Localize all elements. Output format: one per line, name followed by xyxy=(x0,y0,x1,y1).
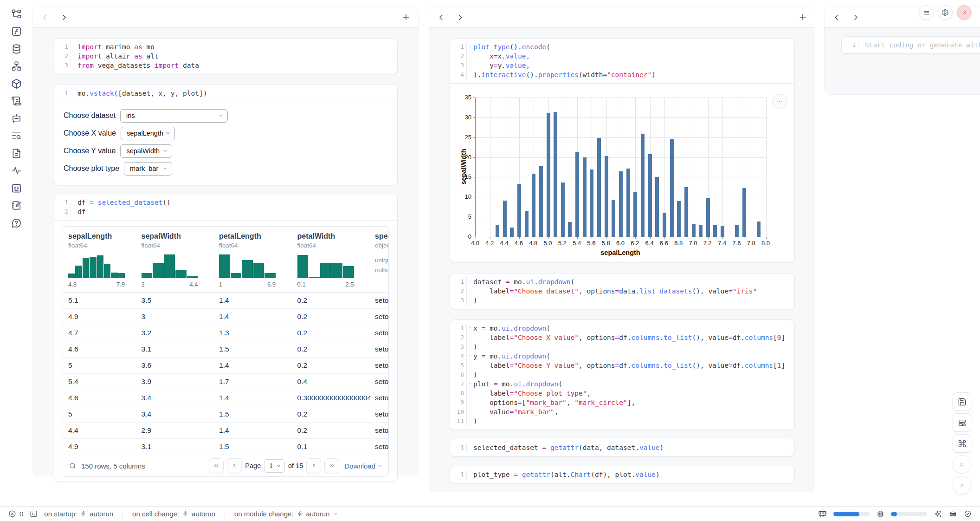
layout-button[interactable] xyxy=(953,413,971,432)
download-button[interactable]: Download xyxy=(344,462,383,470)
function-square-icon[interactable] xyxy=(11,26,22,37)
line-number: 1 xyxy=(450,443,467,452)
table-row[interactable]: 4.73.21.30.2setos xyxy=(63,325,388,341)
table-column-header[interactable]: petalWidthfloat640.12.5 xyxy=(292,232,370,292)
scratchpad-icon[interactable] xyxy=(11,182,22,194)
documentation-icon[interactable] xyxy=(11,148,22,159)
shutdown-button[interactable] xyxy=(957,5,972,20)
cell-selected-dataset[interactable]: 1selected_dataset = getattr(data, datase… xyxy=(450,439,795,456)
database-icon[interactable] xyxy=(11,43,22,54)
column-prev-button[interactable] xyxy=(437,13,456,22)
logs-icon[interactable] xyxy=(11,130,22,142)
next-page-button[interactable] xyxy=(306,458,321,473)
autorun-icon xyxy=(297,511,303,517)
chart-bar xyxy=(496,225,499,237)
line-number: 2 xyxy=(54,52,71,61)
line-number: 3 xyxy=(450,296,467,305)
cell-imports[interactable]: 1import marimo as mo2import altair as al… xyxy=(54,38,398,74)
help-icon[interactable] xyxy=(11,217,22,228)
file-tree-icon[interactable] xyxy=(11,8,22,20)
plot-area[interactable] xyxy=(475,98,766,237)
code-editor[interactable]: 1plot_type = getattr(alt.Chart(df), plot… xyxy=(450,466,794,483)
column-next-button[interactable] xyxy=(851,13,871,22)
chat-icon[interactable] xyxy=(11,113,22,124)
last-page-button[interactable] xyxy=(324,458,339,473)
on-startup-setting[interactable]: on startup: autorun xyxy=(44,510,113,518)
code-editor[interactable]: 1 Start coding or generate with xyxy=(842,37,980,53)
first-page-button[interactable] xyxy=(209,458,224,473)
menu-button[interactable] xyxy=(919,5,934,20)
table-row[interactable]: 53.61.40.2setos xyxy=(63,358,388,374)
tracing-icon[interactable] xyxy=(11,165,22,176)
table-row[interactable]: 4.93.11.50.1setos xyxy=(63,439,388,455)
shortcuts-button[interactable] xyxy=(953,434,971,453)
dropdown-select[interactable]: iris xyxy=(120,109,228,123)
column-prev-button[interactable] xyxy=(40,13,60,22)
prev-page-button[interactable] xyxy=(227,458,242,473)
table-row[interactable]: 5.13.51.40.2setos xyxy=(63,293,388,309)
code-editor[interactable]: 1import marimo as mo2import altair as al… xyxy=(54,39,397,74)
chart-bar xyxy=(619,171,623,237)
code-editor[interactable]: 1df = selected_dataset()2df xyxy=(54,194,397,221)
chart-bar xyxy=(539,166,543,237)
cell-xy-dropdowns[interactable]: 1x = mo.ui.dropdown(2 label="Choose X va… xyxy=(450,319,795,430)
dependencies-icon[interactable] xyxy=(11,61,22,72)
dropdown-select[interactable]: sepalWidth xyxy=(120,144,172,158)
code-editor[interactable]: 1plot_type().encode(2 x=x.value,3 y=y.va… xyxy=(450,39,794,84)
chart-bar xyxy=(583,157,587,237)
chart-bar xyxy=(648,154,652,237)
table-row[interactable]: 5.43.91.70.4setos xyxy=(63,374,388,390)
search-icon[interactable] xyxy=(69,462,77,470)
error-indicator[interactable]: 0 xyxy=(8,510,23,518)
dropdown-select[interactable]: sepalLength xyxy=(121,127,175,140)
page-select[interactable]: 1 xyxy=(264,459,285,473)
notes-icon[interactable] xyxy=(11,200,22,211)
column-next-button[interactable] xyxy=(60,13,79,22)
settings-button[interactable] xyxy=(938,5,953,20)
table-row[interactable]: 4.42.91.40.2setos xyxy=(63,423,388,439)
code-editor[interactable]: 1mo.vstack([dataset, x, y, plot]) xyxy=(54,85,397,102)
chart-menu-button[interactable] xyxy=(772,94,787,109)
table-column-header[interactable]: sepalLengthfloat644.37.9 xyxy=(63,232,136,292)
table-row[interactable]: 4.931.40.2setos xyxy=(63,309,388,325)
chart-bar xyxy=(597,138,601,237)
add-cell-button[interactable] xyxy=(798,13,807,22)
table-column-header[interactable]: sepalWidthfloat6424.4 xyxy=(136,232,214,292)
snippets-icon[interactable] xyxy=(11,96,22,107)
code-editor[interactable]: 1dataset = mo.ui.dropdown(2 label="Choos… xyxy=(450,274,794,309)
new-cell[interactable]: 1 Start coding or generate with xyxy=(841,36,980,54)
table-column-header[interactable]: petalLengthfloat6416.9 xyxy=(214,232,292,292)
dropdown-select[interactable]: mark_bar xyxy=(124,162,172,176)
table-row[interactable]: 53.41.50.2setos xyxy=(63,406,388,423)
save-button[interactable] xyxy=(953,392,971,411)
cell-plot-type[interactable]: 1plot_type = getattr(alt.Chart(df), plot… xyxy=(450,466,795,483)
copilot-icon[interactable] xyxy=(948,509,957,518)
run-button[interactable] xyxy=(953,476,971,495)
column-prev-button[interactable] xyxy=(832,13,851,22)
cell-vstack[interactable]: 1mo.vstack([dataset, x, y, plot]) Choose… xyxy=(54,85,398,185)
code-editor[interactable]: 1selected_dataset = getattr(data, datase… xyxy=(450,439,794,456)
table-column-header[interactable]: speciobjecuniqunulls: xyxy=(370,232,388,292)
ai-assistant-icon[interactable] xyxy=(934,510,942,518)
table-row[interactable]: 4.63.41.40.30000000000000004setos xyxy=(63,390,388,406)
add-cell-button[interactable] xyxy=(401,13,411,22)
chart-bar xyxy=(626,169,630,237)
cell-dataframe[interactable]: 1df = selected_dataset()2df sepalLengthf… xyxy=(54,194,398,482)
cpu-usage-meter xyxy=(891,512,927,516)
stop-button[interactable] xyxy=(953,455,971,474)
column-1-header xyxy=(33,7,418,28)
terminal-icon[interactable] xyxy=(30,510,38,518)
on-cell-change-setting[interactable]: on cell change: autorun xyxy=(132,510,215,518)
chart-bar xyxy=(735,225,739,237)
connection-status-icon[interactable] xyxy=(964,510,972,518)
table-row[interactable]: 4.63.11.50.2setos xyxy=(63,341,388,358)
code-editor[interactable]: 1x = mo.ui.dropdown(2 label="Choose X va… xyxy=(450,320,794,430)
chart-bar xyxy=(503,201,507,237)
cell-dataset-dropdown[interactable]: 1dataset = mo.ui.dropdown(2 label="Choos… xyxy=(450,273,795,309)
editor-placeholder[interactable]: Start coding or generate with xyxy=(858,40,980,50)
on-module-change-setting[interactable]: on module change: autorun xyxy=(234,510,339,518)
generate-link[interactable]: generate xyxy=(930,41,962,49)
package-icon[interactable] xyxy=(11,78,22,89)
cell-plot[interactable]: 1plot_type().encode(2 x=x.value,3 y=y.va… xyxy=(450,38,795,262)
column-next-button[interactable] xyxy=(456,13,476,22)
